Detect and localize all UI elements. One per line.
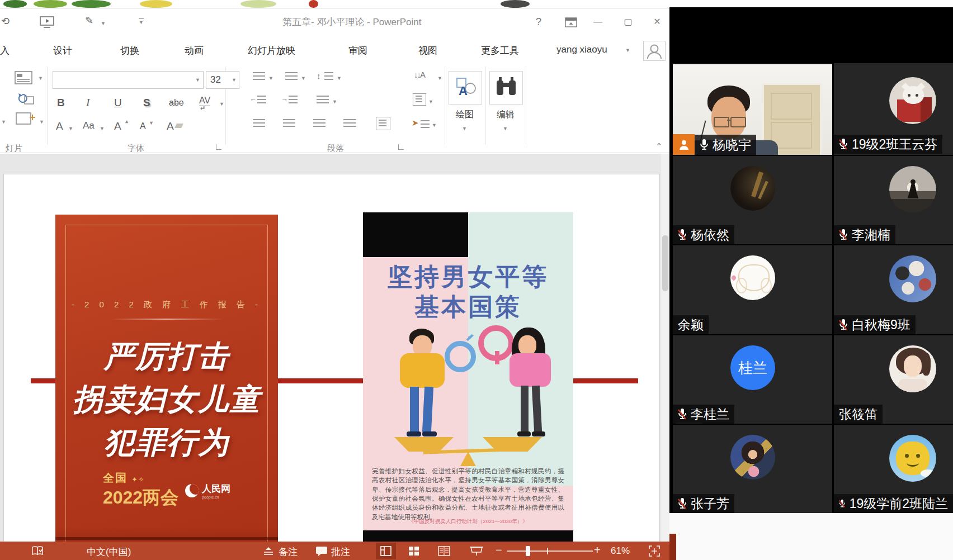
align-right-icon[interactable] — [313, 119, 325, 128]
pen-input-icon[interactable]: ✎ — [85, 15, 93, 27]
tab-insert-partial[interactable]: 入 — [0, 44, 10, 57]
decrease-indent-icon[interactable]: ← — [249, 94, 257, 103]
strikethrough-button[interactable]: abe — [169, 98, 184, 108]
video-tile-wangyunfen[interactable]: 19级2班王云芬 — [834, 63, 953, 155]
convert-smartart-icon[interactable]: ➤ — [412, 118, 419, 128]
video-tile-yangyiran[interactable]: 杨依然 — [673, 156, 832, 244]
spell-check-icon[interactable] — [31, 545, 45, 557]
start-slideshow-icon[interactable] — [39, 16, 55, 29]
account-dropdown-icon[interactable]: ▼ — [625, 48, 630, 53]
zoom-slider-thumb[interactable] — [526, 546, 530, 556]
tab-transitions[interactable]: 切换 — [120, 44, 139, 57]
maximize-button[interactable]: ▢ — [619, 14, 638, 30]
slide-layout-icon[interactable] — [15, 71, 37, 86]
zoom-out-button[interactable]: − — [496, 544, 502, 557]
dropdown-arrow-icon[interactable]: ▼ — [68, 126, 73, 131]
dropdown-arrow-icon[interactable]: ▼ — [428, 99, 433, 105]
video-tile-zhangzifang[interactable]: 张子芳 — [673, 425, 832, 513]
tab-design[interactable]: 设计 — [53, 44, 72, 57]
justify-icon[interactable] — [343, 119, 356, 128]
dropdown-arrow-icon[interactable]: ▼ — [301, 75, 306, 81]
video-tile-zhangxiaodi[interactable]: 张筱笛 — [834, 335, 953, 424]
video-tile-lixiangnan[interactable]: 李湘楠 — [834, 156, 953, 244]
close-button[interactable]: ✕ — [648, 14, 667, 30]
zoom-slider-track[interactable] — [507, 550, 593, 552]
tab-slideshow[interactable]: 幻灯片放映 — [248, 44, 295, 57]
fit-to-window-icon[interactable] — [649, 545, 660, 557]
tab-animations[interactable]: 动画 — [185, 44, 204, 57]
edit-button[interactable] — [489, 71, 523, 105]
italic-button[interactable]: I — [86, 97, 89, 109]
line-spacing-icon[interactable]: ↕ — [317, 71, 321, 80]
numbering-icon[interactable] — [285, 72, 298, 81]
ribbon-display-options-icon[interactable] — [565, 17, 577, 27]
grow-font-button[interactable]: A — [114, 120, 121, 132]
dropdown-arrow-icon[interactable]: ▼ — [268, 75, 273, 81]
dropdown-arrow-icon[interactable]: ▼ — [337, 75, 342, 81]
normal-view-button[interactable] — [376, 543, 396, 559]
dropdown-arrow-icon[interactable]: ▼ — [432, 122, 437, 128]
text-shadow-button[interactable]: S — [143, 97, 150, 109]
dropdown-arrow-icon[interactable]: ▼ — [332, 99, 337, 105]
underline-button[interactable]: U — [114, 97, 122, 109]
help-button[interactable]: ? — [529, 14, 548, 30]
change-case-button[interactable]: Aa — [83, 120, 95, 131]
dropdown-arrow-icon[interactable]: ▼ — [39, 119, 44, 125]
add-remove-columns-icon[interactable] — [376, 117, 390, 130]
reading-view-button[interactable] — [434, 543, 454, 559]
dropdown-arrow-icon[interactable]: ▼ — [503, 126, 508, 131]
text-direction-icon[interactable]: ↓↓A — [414, 70, 424, 79]
slide-canvas[interactable]: - 2 0 2 2 政 府 工 作 报 告 - 严厉打击 拐卖妇女儿童 犯罪行为… — [3, 174, 660, 544]
video-tile-yangxiaoyu[interactable]: 杨晓宇 — [673, 63, 832, 155]
notes-button[interactable]: 备注 — [279, 545, 298, 558]
columns-icon[interactable] — [317, 96, 329, 105]
new-slide-icon[interactable] — [16, 111, 36, 128]
video-tile-lulan[interactable]: 19级学前2班陆兰 — [834, 425, 953, 513]
minimize-button[interactable]: — — [588, 14, 607, 30]
shrink-font-button[interactable]: A — [140, 121, 146, 131]
zoom-in-button[interactable]: + — [594, 544, 601, 557]
dropdown-arrow-icon[interactable]: ▼ — [100, 126, 105, 131]
bullets-icon[interactable] — [253, 72, 265, 81]
customize-qat-icon[interactable]: ▼ — [139, 18, 144, 25]
video-tile-yuying[interactable]: 余颖 — [673, 245, 832, 334]
font-dialog-launcher[interactable] — [216, 144, 221, 150]
dropdown-arrow-icon[interactable]: ▼ — [462, 126, 467, 131]
align-center-icon[interactable] — [283, 119, 295, 128]
bold-button[interactable]: B — [57, 97, 65, 109]
paragraph-dialog-launcher[interactable] — [398, 144, 404, 150]
dropdown-arrow-icon[interactable]: ▼ — [219, 101, 224, 107]
account-name[interactable]: yang xiaoyu — [556, 44, 607, 55]
account-avatar[interactable] — [643, 41, 666, 61]
comments-button[interactable]: 批注 — [331, 545, 350, 558]
left-poster-image[interactable]: - 2 0 2 2 政 府 工 作 报 告 - 严厉打击 拐卖妇女儿童 犯罪行为… — [55, 215, 278, 560]
reset-slide-icon[interactable] — [16, 91, 35, 106]
slide-sorter-button[interactable] — [404, 543, 424, 559]
dropdown-arrow-icon[interactable]: ▼ — [38, 75, 43, 81]
dropdown-arrow-icon[interactable]: ▼ — [101, 21, 106, 26]
clear-formatting-button[interactable]: A — [167, 120, 174, 132]
collapse-ribbon-icon[interactable]: ⌃ — [655, 141, 663, 151]
font-color-button[interactable]: A — [56, 120, 63, 132]
list-overlay-icon[interactable] — [675, 423, 703, 424]
slideshow-view-button[interactable] — [466, 543, 487, 559]
font-name-combobox[interactable]: ▼ — [53, 71, 204, 89]
video-tile-liguilan[interactable]: 桂兰 李桂兰 — [673, 335, 832, 424]
align-left-icon[interactable] — [253, 119, 265, 128]
tab-more-tools[interactable]: 更多工具 — [481, 44, 519, 57]
zoom-level[interactable]: 61% — [611, 545, 630, 557]
scrollbar-thumb[interactable] — [662, 235, 668, 291]
drawing-button[interactable]: A — [449, 71, 482, 105]
align-text-icon[interactable] — [413, 93, 426, 106]
vertical-scrollbar[interactable] — [661, 154, 669, 542]
video-tile-baiqiumei[interactable]: 白秋梅9班 — [834, 245, 953, 334]
dropdown-arrow-icon[interactable]: ▼ — [437, 75, 442, 81]
tab-view[interactable]: 视图 — [418, 44, 437, 57]
right-poster-image[interactable]: 坚持男女平等 基本国策 — [363, 212, 573, 560]
increase-indent-icon[interactable]: → — [281, 94, 288, 103]
language-status[interactable]: 中文(中国) — [87, 545, 131, 558]
dropdown-arrow-icon[interactable]: ▼ — [1, 119, 6, 125]
font-size-combobox[interactable]: 32 ▼ — [206, 71, 239, 89]
undo-icon[interactable]: ⟲ — [1, 15, 10, 27]
tab-review[interactable]: 审阅 — [348, 44, 367, 57]
